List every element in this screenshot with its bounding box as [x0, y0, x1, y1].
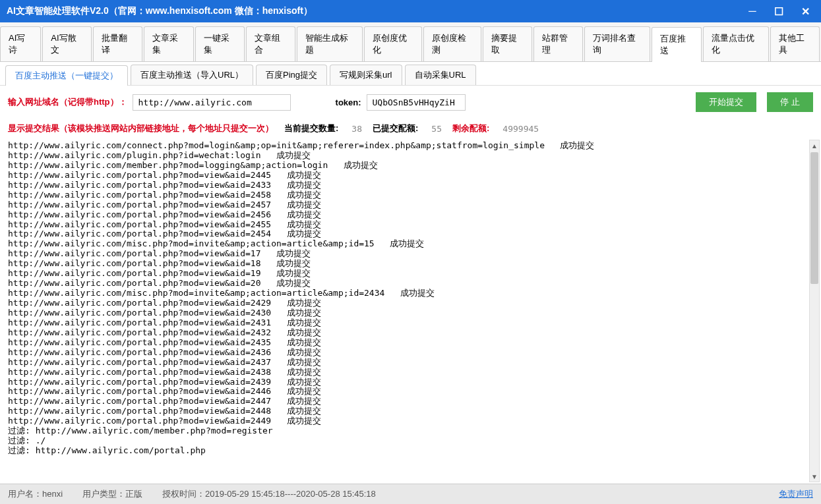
main-tabs: AI写诗AI写散文批量翻译文章采集一键采集文章组合智能生成标题原创度优化原创度检… — [0, 22, 821, 62]
controls-row: 输入网址域名（记得带http）： token: 开始提交 停 止 — [0, 86, 821, 119]
remain-value: 4999945 — [502, 124, 539, 134]
disclaimer-link[interactable]: 免责声明 — [779, 488, 813, 500]
log-line: http://www.ailyric.com/portal.php?mod=vi… — [8, 229, 813, 239]
footer: 用户名：henxi 用户类型：正版 授权时间：2019-05-29 15:45:… — [0, 484, 821, 504]
log-line: http://www.ailyric.com/portal.php?mod=vi… — [8, 338, 813, 348]
window-controls: ─ ☐ ✕ — [743, 5, 814, 18]
log-line: http://www.ailyric.com/portal.php?mod=vi… — [8, 358, 813, 368]
sub-tab-1[interactable]: 百度主动推送（导入URL） — [131, 65, 253, 85]
sub-tab-4[interactable]: 自动采集URL — [405, 65, 476, 85]
log-line: http://www.ailyric.com/portal.php?mod=vi… — [8, 190, 813, 200]
log-line: http://www.ailyric.com/portal.php?mod=vi… — [8, 220, 813, 230]
footer-auth: 授权时间：2019-05-29 15:45:18----2020-05-28 1… — [162, 488, 376, 500]
log-line: http://www.ailyric.com/portal.php?mod=vi… — [8, 171, 813, 181]
log-container: http://www.ailyric.com/connect.php?mod=l… — [0, 138, 821, 484]
minimize-icon[interactable]: ─ — [743, 5, 762, 18]
main-tab-3[interactable]: 文章采集 — [144, 26, 193, 61]
log-line: http://www.ailyric.com/portal.php?mod=vi… — [8, 406, 813, 416]
submitted-label: 已提交配额: — [373, 123, 418, 134]
main-tab-5[interactable]: 文章组合 — [246, 26, 295, 61]
log-line: http://www.ailyric.com/member.php?mod=lo… — [8, 161, 813, 171]
log-line: http://www.ailyric.com/portal.php?mod=vi… — [8, 328, 813, 338]
scroll-thumb[interactable] — [810, 152, 818, 284]
log-line: 过滤: http://www.ailyric.com/member.php?mo… — [8, 426, 813, 436]
log-line: http://www.ailyric.com/portal.php?mod=vi… — [8, 416, 813, 426]
log-line: http://www.ailyric.com/portal.php?mod=vi… — [8, 181, 813, 190]
status-row: 显示提交结果（该模块推送网站内部链接地址，每个地址只提交一次） 当前提交数量: … — [0, 119, 821, 138]
log-line: http://www.ailyric.com/portal.php?mod=vi… — [8, 348, 813, 358]
log-line: http://www.ailyric.com/misc.php?mod=invi… — [8, 289, 813, 298]
main-tab-7[interactable]: 原创度优化 — [364, 26, 422, 61]
main-tab-6[interactable]: 智能生成标题 — [297, 26, 363, 61]
token-label: token: — [336, 98, 361, 107]
log-line: http://www.ailyric.com/misc.php?mod=invi… — [8, 239, 813, 249]
titlebar[interactable]: AI文章智能处理软件V2.0（官网：www.henxisoft.com 微信：h… — [0, 0, 821, 22]
stop-button[interactable]: 停 止 — [767, 92, 813, 112]
log-line: http://www.ailyric.com/portal.php?mod=vi… — [8, 279, 813, 289]
scrollbar[interactable]: ▲ ▼ — [809, 140, 820, 482]
main-tab-10[interactable]: 站群管理 — [533, 26, 583, 61]
sub-tab-3[interactable]: 写规则采集url — [330, 65, 402, 85]
url-label: 输入网址域名（记得带http）： — [8, 96, 127, 108]
url-input[interactable] — [133, 94, 291, 111]
window-title: AI文章智能处理软件V2.0（官网：www.henxisoft.com 微信：h… — [7, 5, 743, 17]
footer-type: 用户类型：正版 — [82, 488, 142, 500]
log-line: http://www.ailyric.com/portal.php?mod=vi… — [8, 200, 813, 210]
log-line: 过滤: ./ — [8, 436, 813, 446]
app-window: AI文章智能处理软件V2.0（官网：www.henxisoft.com 微信：h… — [0, 0, 821, 504]
result-label: 显示提交结果（该模块推送网站内部链接地址，每个地址只提交一次） — [8, 123, 274, 134]
footer-user: 用户名：henxi — [8, 488, 63, 500]
current-count-label: 当前提交数量: — [284, 123, 338, 134]
main-tab-12[interactable]: 百度推送 — [652, 27, 701, 62]
log-line: http://www.ailyric.com/portal.php?mod=vi… — [8, 318, 813, 328]
main-tab-11[interactable]: 万词排名查询 — [584, 26, 650, 61]
log-line: http://www.ailyric.com/portal.php?mod=vi… — [8, 298, 813, 308]
main-tab-14[interactable]: 其他工具 — [770, 26, 820, 61]
main-tab-0[interactable]: AI写诗 — [0, 26, 41, 61]
main-tab-13[interactable]: 流量点击优化 — [703, 26, 769, 61]
main-tab-9[interactable]: 摘要提取 — [483, 26, 532, 61]
maximize-icon[interactable]: ☐ — [770, 5, 788, 18]
sub-tabs: 百度主动推送（一键提交）百度主动推送（导入URL）百度Ping提交写规则采集ur… — [0, 62, 821, 86]
submitted-value: 55 — [431, 124, 442, 134]
main-tab-4[interactable]: 一键采集 — [195, 26, 245, 61]
scroll-down-icon[interactable]: ▼ — [810, 471, 819, 482]
log-line: http://www.ailyric.com/portal.php?mod=vi… — [8, 378, 813, 387]
log-line: http://www.ailyric.com/portal.php?mod=vi… — [8, 259, 813, 269]
scroll-up-icon[interactable]: ▲ — [810, 140, 819, 151]
log-line: http://www.ailyric.com/portal.php?mod=vi… — [8, 387, 813, 397]
token-input[interactable] — [367, 94, 466, 111]
close-icon[interactable]: ✕ — [796, 5, 814, 18]
sub-tab-0[interactable]: 百度主动推送（一键提交） — [5, 65, 128, 86]
sub-tab-2[interactable]: 百度Ping提交 — [256, 65, 327, 85]
log-line: http://www.ailyric.com/portal.php?mod=vi… — [8, 397, 813, 406]
log-line: http://www.ailyric.com/portal.php?mod=vi… — [8, 308, 813, 318]
log-line: 过滤: http://www.ailyric.com/portal.php — [8, 446, 813, 456]
log-line: http://www.ailyric.com/connect.php?mod=l… — [8, 141, 813, 151]
log-line: http://www.ailyric.com/portal.php?mod=vi… — [8, 210, 813, 220]
main-tab-8[interactable]: 原创度检测 — [423, 26, 481, 61]
current-count-value: 38 — [351, 124, 362, 134]
log-area[interactable]: http://www.ailyric.com/connect.php?mod=l… — [0, 138, 821, 484]
log-line: http://www.ailyric.com/plugin.php?id=wec… — [8, 151, 813, 161]
main-tab-1[interactable]: AI写散文 — [42, 26, 92, 61]
log-line: http://www.ailyric.com/portal.php?mod=vi… — [8, 249, 813, 259]
log-line: http://www.ailyric.com/portal.php?mod=vi… — [8, 269, 813, 279]
remain-label: 剩余配额: — [452, 123, 489, 134]
start-button[interactable]: 开始提交 — [696, 92, 756, 112]
log-line: http://www.ailyric.com/portal.php?mod=vi… — [8, 368, 813, 378]
main-tab-2[interactable]: 批量翻译 — [93, 26, 142, 61]
